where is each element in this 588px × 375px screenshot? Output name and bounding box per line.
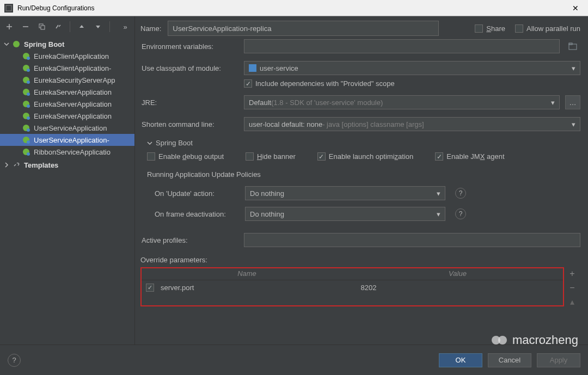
tree-root-label: Spring Boot: [24, 40, 64, 48]
classpath-label: Use classpath of module:: [140, 64, 238, 72]
ok-button[interactable]: OK: [439, 353, 482, 367]
enable-jmx-checkbox[interactable]: Enable JMX agent: [435, 152, 504, 161]
move-up-button[interactable]: [77, 22, 87, 32]
tree-item[interactable]: RibbonServiceApplicatio: [0, 146, 134, 158]
active-profiles-label: Active profiles:: [140, 236, 238, 244]
svg-point-11: [27, 93, 30, 96]
spring-boot-icon: [22, 112, 30, 120]
titlebar: Run/Debug Configurations ✕: [0, 0, 588, 16]
tree-item[interactable]: UserServiceApplication: [0, 122, 134, 134]
spring-boot-icon: [12, 40, 21, 48]
env-vars-label: Environment variables:: [140, 42, 238, 51]
templates-label: Templates: [24, 161, 58, 169]
shorten-label: Shorten command line:: [140, 120, 238, 128]
add-param-button[interactable]: +: [569, 269, 574, 278]
tree-item[interactable]: EurekaClientApplication-: [0, 62, 134, 74]
app-icon: [4, 4, 13, 13]
content-panel: Name: Share Allow parallel run Environme…: [135, 16, 588, 345]
env-browse-button[interactable]: [565, 39, 580, 53]
tree-item[interactable]: EurekaClientApplication: [0, 50, 134, 62]
expand-button[interactable]: »: [120, 22, 130, 32]
param-row[interactable]: server.port 8202: [142, 280, 563, 294]
shorten-combo[interactable]: user-local default: none - java [options…: [244, 117, 580, 131]
name-input[interactable]: [168, 21, 439, 36]
move-down-button[interactable]: [93, 22, 103, 32]
tree-root-spring-boot[interactable]: Spring Boot: [0, 38, 134, 50]
settings-button[interactable]: [53, 22, 63, 32]
close-button[interactable]: ✕: [567, 4, 584, 13]
on-update-combo[interactable]: Do nothing ▾: [245, 186, 445, 200]
active-profiles-input[interactable]: [244, 233, 580, 247]
svg-point-5: [27, 57, 30, 60]
help-icon[interactable]: ?: [455, 208, 466, 219]
dialog-footer: ? OK Cancel Apply: [0, 345, 588, 375]
spring-boot-icon: [22, 64, 30, 72]
include-provided-checkbox[interactable]: Include dependencies with "Provided" sco…: [244, 79, 395, 88]
config-tree: Spring Boot EurekaClientApplication Eure…: [0, 37, 134, 345]
copy-config-button[interactable]: [37, 22, 47, 32]
hide-banner-checkbox[interactable]: Hide banner: [246, 152, 296, 161]
override-params-table: Name Value server.port 8202: [140, 267, 564, 306]
spring-boot-icon: [22, 124, 30, 132]
override-params-label: Override parameters:: [140, 256, 580, 264]
chevron-down-icon: [147, 140, 152, 146]
jre-label: JRE:: [140, 99, 238, 107]
window-title: Run/Debug Configurations: [17, 4, 567, 12]
param-enabled-checkbox[interactable]: [146, 284, 154, 292]
on-update-label: On 'Update' action:: [155, 189, 240, 198]
svg-point-17: [27, 128, 30, 132]
chevron-down-icon: ▾: [572, 64, 575, 72]
move-param-up-button[interactable]: ▴: [570, 298, 574, 306]
jre-browse-button[interactable]: …: [565, 95, 580, 109]
param-value-cell[interactable]: 8202: [359, 284, 559, 292]
svg-point-7: [27, 69, 30, 72]
sidebar-toolbar: »: [0, 16, 134, 37]
svg-point-21: [27, 152, 30, 156]
tree-item[interactable]: EurekaSecurityServerApp: [0, 74, 134, 86]
svg-point-19: [27, 140, 30, 144]
on-frame-combo[interactable]: Do nothing ▾: [245, 207, 445, 221]
chevron-down-icon: ▾: [437, 210, 440, 218]
remove-config-button[interactable]: [21, 22, 30, 32]
remove-param-button[interactable]: −: [569, 284, 574, 292]
share-checkbox[interactable]: Share: [475, 24, 505, 33]
col-value-header: Value: [352, 268, 563, 280]
help-button[interactable]: ?: [8, 354, 21, 367]
jre-combo[interactable]: Default (1.8 - SDK of 'user-service' mod…: [244, 95, 560, 109]
allow-parallel-checkbox[interactable]: Allow parallel run: [515, 24, 580, 33]
svg-point-9: [27, 81, 30, 84]
on-frame-label: On frame deactivation:: [155, 210, 240, 218]
wrench-icon: [12, 161, 21, 169]
tree-item[interactable]: EurekaServerApplication: [0, 110, 134, 122]
chevron-down-icon: [3, 41, 10, 47]
help-icon[interactable]: ?: [455, 188, 466, 199]
spring-boot-icon: [22, 76, 30, 84]
add-config-button[interactable]: [4, 22, 14, 32]
apply-button[interactable]: Apply: [537, 353, 580, 367]
param-name-cell[interactable]: server.port: [161, 284, 359, 292]
svg-rect-2: [41, 26, 45, 29]
tree-item[interactable]: EurekaServerApplication: [0, 98, 134, 110]
tree-item-selected[interactable]: UserServiceApplication-: [0, 134, 134, 146]
sidebar: » Spring Boot EurekaClientApplication Eu…: [0, 16, 135, 345]
classpath-combo[interactable]: user-service ▾: [244, 61, 580, 75]
svg-point-13: [27, 104, 30, 108]
spring-boot-section-header[interactable]: Spring Boot: [147, 139, 580, 147]
running-policies-label: Running Application Update Policies: [140, 170, 580, 179]
cancel-button[interactable]: Cancel: [488, 353, 531, 367]
spring-boot-icon: [22, 147, 30, 156]
enable-debug-checkbox[interactable]: Enable debug output: [147, 152, 224, 161]
tree-item[interactable]: EurekaServerApplication: [0, 86, 134, 98]
enable-launch-opt-checkbox[interactable]: Enable launch optimization: [317, 152, 413, 161]
svg-rect-0: [6, 5, 11, 11]
chevron-down-icon: ▾: [551, 99, 555, 107]
svg-point-15: [27, 116, 30, 120]
name-label: Name:: [140, 24, 161, 33]
svg-point-3: [13, 41, 20, 47]
spring-boot-icon: [22, 52, 30, 60]
spring-boot-icon: [22, 136, 30, 144]
env-vars-input[interactable]: [244, 39, 560, 53]
spring-boot-icon: [22, 100, 30, 108]
col-name-header: Name: [142, 268, 352, 280]
tree-templates[interactable]: Templates: [0, 159, 134, 171]
